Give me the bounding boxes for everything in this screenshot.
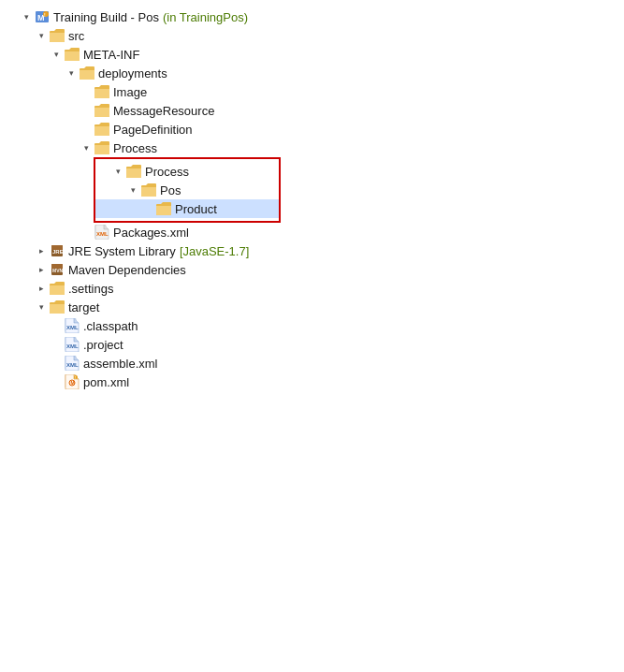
tree-item-messageresource[interactable]: ▸ MessageResource xyxy=(4,101,620,120)
folder-icon xyxy=(125,164,142,179)
tree-item-meta-inf[interactable]: ▾ META-INF xyxy=(4,45,620,64)
arrow-down-icon: ▾ xyxy=(34,31,49,40)
xml-orange-icon: XML xyxy=(94,225,110,240)
arrow-down-icon: ▾ xyxy=(49,50,64,59)
svg-text:XML: XML xyxy=(66,343,79,349)
arrow-down-icon: ▾ xyxy=(79,143,94,153)
settings-label: .settings xyxy=(68,282,113,296)
highlight-region: ▾ Process ▾ Pos ▸ xyxy=(94,157,281,223)
svg-text:XML: XML xyxy=(66,325,79,330)
training-label: Process xyxy=(145,165,189,179)
maven-label: Maven Dependencies xyxy=(68,263,186,277)
xml-blue-icon: XML xyxy=(64,318,80,333)
target-label: target xyxy=(68,300,99,314)
tree-item-training[interactable]: ▾ Process xyxy=(95,162,279,181)
folder-icon xyxy=(49,28,65,43)
process-label: Process xyxy=(113,141,157,155)
project-icon: M ! xyxy=(34,9,51,24)
folder-icon xyxy=(94,84,110,99)
jre-secondary: [JavaSE-1.7] xyxy=(180,244,249,258)
tree-item-src[interactable]: ▾ src xyxy=(4,26,620,45)
meta-inf-label: META-INF xyxy=(83,48,139,62)
root-secondary: (in TrainingPos) xyxy=(163,10,248,24)
deployments-label: deployments xyxy=(98,66,167,80)
arrow-down-icon: ▾ xyxy=(64,68,79,78)
assemble-xml-label: assemble.xml xyxy=(83,357,157,371)
svg-text:M: M xyxy=(71,380,75,386)
folder-icon xyxy=(155,201,172,216)
product-label: Product xyxy=(175,202,217,216)
folder-icon xyxy=(49,299,65,314)
tree-item-project-file[interactable]: ▸ XML .project xyxy=(4,335,620,354)
folder-icon xyxy=(94,140,110,155)
arrow-down-icon: ▾ xyxy=(34,302,49,312)
svg-text:!: ! xyxy=(75,375,76,380)
tree-item-pom-xml[interactable]: ▸ M ! pom.xml xyxy=(4,373,620,391)
jre-label: JRE System Library xyxy=(68,244,176,258)
arrow-down-icon: ▾ xyxy=(110,167,125,176)
project-file-label: .project xyxy=(83,338,123,352)
tree-item-settings[interactable]: ▸ .settings xyxy=(4,279,620,298)
arrow-right-icon: ▸ xyxy=(34,284,49,293)
image-label: Image xyxy=(113,85,147,99)
svg-text:XML: XML xyxy=(96,231,109,237)
folder-icon xyxy=(94,103,110,118)
tree-item-assemble-xml[interactable]: ▸ XML assemble.xml xyxy=(4,354,620,373)
tree-item-process[interactable]: ▾ Process xyxy=(4,139,620,157)
root-label: Training Build - Pos xyxy=(53,10,159,24)
maven-xml-icon: M ! xyxy=(64,374,80,389)
tree-item-pagedefinition[interactable]: ▸ PageDefinition xyxy=(4,120,620,139)
jar-icon: JRE xyxy=(49,243,65,258)
folder-icon xyxy=(79,66,95,80)
packages-xml-label: Packages.xml xyxy=(113,226,189,240)
tree-item-classpath[interactable]: ▸ XML .classpath xyxy=(4,316,620,335)
pom-xml-label: pom.xml xyxy=(83,375,129,389)
jar-icon: MVN xyxy=(49,262,65,277)
arrow-right-icon: ▸ xyxy=(34,246,49,256)
xml-blue-icon: XML xyxy=(64,337,80,352)
tree-item-deployments[interactable]: ▾ deployments xyxy=(4,64,620,82)
tree-item-product[interactable]: ▸ Product xyxy=(95,199,279,218)
svg-text:MVN: MVN xyxy=(52,268,64,273)
svg-text:JRE: JRE xyxy=(52,249,64,255)
arrow-right-icon: ▸ xyxy=(34,265,49,274)
classpath-label: .classpath xyxy=(83,319,138,333)
tree-item-image[interactable]: ▸ Image xyxy=(4,82,620,101)
messageresource-label: MessageResource xyxy=(113,104,214,118)
file-tree: ▾ M ! Training Build - Pos (in TrainingP… xyxy=(0,0,624,399)
tree-item-maven-dependencies[interactable]: ▸ MVN Maven Dependencies xyxy=(4,260,620,279)
pos-label: Pos xyxy=(160,183,181,197)
xml-blue-icon: XML xyxy=(64,356,80,371)
tree-item-target[interactable]: ▾ target xyxy=(4,298,620,316)
folder-icon xyxy=(94,122,110,137)
tree-item-jre-system-library[interactable]: ▸ JRE JRE System Library [JavaSE-1.7] xyxy=(4,241,620,260)
src-label: src xyxy=(68,29,84,43)
arrow-down-icon: ▾ xyxy=(19,12,34,22)
folder-icon xyxy=(140,183,157,197)
svg-text:XML: XML xyxy=(66,362,79,368)
tree-item-root[interactable]: ▾ M ! Training Build - Pos (in TrainingP… xyxy=(4,7,620,26)
folder-icon xyxy=(64,47,80,62)
tree-item-packages-xml[interactable]: ▸ XML Packages.xml xyxy=(4,223,620,241)
pagedefinition-label: PageDefinition xyxy=(113,123,193,137)
tree-item-pos[interactable]: ▾ Pos xyxy=(95,181,279,199)
arrow-down-icon: ▾ xyxy=(125,185,140,195)
folder-icon xyxy=(49,281,65,296)
